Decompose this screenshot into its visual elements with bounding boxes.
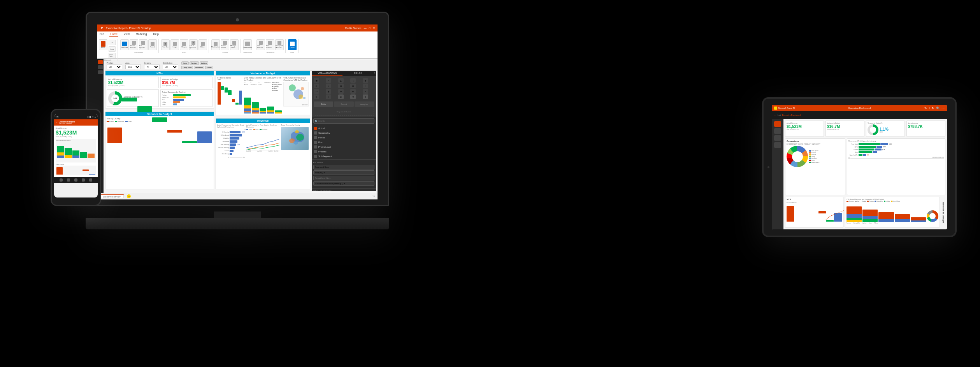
ribbon-tab-home[interactable]: Home: [109, 32, 118, 37]
btn-decor[interactable]: Decor: [181, 61, 189, 65]
ribbon-button-btn[interactable]: Button: [198, 39, 207, 50]
filter-area-all[interactable]: Area (All) ✕: [313, 170, 374, 175]
ribbon-quick-measure-btn[interactable]: New Quick Measure: [275, 39, 284, 50]
tablet-sidebar-icon-2[interactable]: [774, 128, 781, 134]
btn-pillows[interactable]: Pillows: [205, 66, 213, 69]
ribbon-new-measure-btn[interactable]: New Measure: [256, 39, 265, 50]
phone-nav-icon-5[interactable]: [89, 178, 92, 182]
ribbon-textbox-btn[interactable]: T Text Box: [161, 39, 170, 50]
ribbon-shapes-btn[interactable]: Shapes: [180, 39, 188, 50]
btn-furniture[interactable]: Furniture: [190, 61, 199, 65]
viz-matrix-icon[interactable]: ⊡: [350, 84, 356, 88]
tablet-back-icon[interactable]: ←: [774, 114, 776, 116]
tablet-pencil-icon[interactable]: ✎: [924, 107, 927, 110]
viz-table-icon[interactable]: ⊞: [338, 84, 344, 88]
ribbon-tab-view[interactable]: View: [123, 32, 130, 37]
viz-scatter-icon[interactable]: ⋮: [350, 78, 356, 83]
ribbon-format-btn[interactable]: Format Painter: [109, 53, 116, 58]
viz-format-tab[interactable]: Format: [334, 101, 353, 107]
ribbon-tab-help[interactable]: Help: [152, 32, 159, 37]
viz-bar-icon[interactable]: ▦: [314, 78, 319, 83]
tablet-share-icon[interactable]: ↑: [929, 107, 930, 110]
ribbon-manage-theme-btn[interactable]: Manage Theme: [230, 39, 239, 50]
btn-dining[interactable]: Dining & Ent: [181, 66, 193, 69]
viz-card-icon[interactable]: ▭: [314, 89, 319, 94]
filter-business[interactable]: Business is not MPN (formerly...) ✕: [313, 181, 374, 186]
field-pricing-level[interactable]: PricingLevel: [313, 145, 375, 149]
ribbon-image-btn[interactable]: Image: [170, 39, 179, 50]
field-period[interactable]: Period: [313, 135, 375, 140]
ribbon-tab-file[interactable]: File: [99, 32, 105, 37]
viz-gauge-icon[interactable]: ◐: [326, 89, 331, 94]
viz-analytics-tab[interactable]: Analytics: [355, 101, 374, 107]
icon-data[interactable]: [98, 65, 103, 69]
viz-area-icon[interactable]: ◭: [338, 78, 344, 83]
viz-filled-map-icon[interactable]: ◈: [350, 89, 356, 94]
tablet-search-icon[interactable]: 🔍: [936, 107, 940, 110]
ribbon-copy-btn[interactable]: Copy: [109, 46, 116, 52]
field-geography[interactable]: Geography: [313, 131, 375, 135]
filter-page-level[interactable]: Page level filters: [313, 165, 374, 170]
tablet-refresh-icon[interactable]: ↻: [932, 107, 934, 110]
ribbon-qa-btn[interactable]: ? Add A Question: [189, 39, 198, 50]
add-page-tab[interactable]: +: [127, 194, 131, 198]
viz-treemap-icon[interactable]: ▪: [363, 89, 368, 94]
ribbon-cut-btn[interactable]: Cut: [109, 40, 116, 45]
viz-slicer-icon[interactable]: ▤: [338, 94, 344, 99]
ribbon-refresh-btn[interactable]: Refresh: [148, 39, 157, 50]
tablet-sidebar-icon-3[interactable]: [774, 135, 781, 141]
ribbon-get-data-btn[interactable]: Get Data: [120, 39, 129, 50]
phone-nav-icon-1[interactable]: [60, 178, 63, 182]
viz-map-icon[interactable]: ⊕: [338, 89, 344, 94]
btn-household[interactable]: Household: [194, 66, 204, 69]
ribbon-switch-theme-btn[interactable]: Switch Theme: [221, 39, 229, 50]
phone-nav-icon-2[interactable]: [67, 178, 70, 182]
tablet-bar-lighting: Lighting $20K: [848, 146, 944, 148]
ribbon-tab-modeling[interactable]: Modeling: [135, 32, 148, 37]
ribbon-edit-queries-btn[interactable]: Edit Queries: [139, 39, 148, 50]
ribbon-relationships-btn[interactable]: Relationships: [243, 39, 252, 50]
window-maximize[interactable]: □: [369, 27, 371, 30]
pbi-ribbon: File Home View Modeling Help Paste: [97, 31, 378, 59]
filter-area-select[interactable]: CEE: [125, 65, 141, 69]
ribbon-recent-sources-btn[interactable]: Recent Sources: [130, 39, 138, 50]
viz-waterfall-icon[interactable]: ≋: [314, 94, 319, 99]
ribbon-group-relationships: Relationships Relationships: [243, 39, 254, 53]
icon-model[interactable]: [98, 70, 103, 74]
tablet-more-icon[interactable]: ⋯: [941, 107, 945, 110]
viz-custom2-icon[interactable]: ⊛: [363, 94, 368, 99]
panel-expand-btn[interactable]: ›: [374, 71, 376, 76]
filter-country-select[interactable]: All: [144, 65, 160, 69]
window-close[interactable]: ✕: [373, 26, 375, 30]
field-subsegment[interactable]: SubSegment: [313, 154, 375, 159]
phone-back-icon[interactable]: ←: [56, 121, 58, 124]
ribbon-new-column-btn[interactable]: New Column: [266, 39, 274, 50]
tablet-sidebar-icon-1[interactable]: [774, 121, 781, 127]
viz-donut-icon[interactable]: ◎: [314, 84, 319, 88]
phone-nav-icon-3[interactable]: [74, 178, 77, 182]
phone-actual-revenue-label: Actual Revenue: [56, 127, 96, 129]
viz-kpi-icon[interactable]: ↑: [363, 84, 368, 88]
btn-lighting[interactable]: Lighting: [200, 61, 208, 65]
filter-distribution-select[interactable]: All: [163, 65, 178, 69]
ribbon-paste-btn[interactable]: Paste: [99, 39, 107, 50]
tab-visualizations[interactable]: VISUALIZATIONS: [312, 71, 342, 76]
viz-fields-tab[interactable]: Fields: [314, 101, 333, 107]
field-product[interactable]: Product: [313, 149, 375, 154]
ribbon-publish-btn[interactable]: Publish: [288, 39, 297, 50]
field-actual[interactable]: Actual: [313, 126, 375, 131]
status-tab-executive-summary[interactable]: Executive Summary: [100, 194, 124, 198]
viz-combo-icon[interactable]: ↕: [326, 94, 331, 99]
field-plan[interactable]: Plan: [313, 140, 375, 145]
phone-nav-icon-4[interactable]: [82, 178, 85, 182]
viz-pie-icon[interactable]: ◑: [363, 78, 368, 83]
tab-fields[interactable]: FIELDS: [342, 71, 373, 76]
fields-search-box[interactable]: 🔍 Search: [313, 118, 374, 124]
ribbon-marketplace-btn[interactable]: Marketplace: [211, 39, 220, 50]
filter-product-select[interactable]: All: [107, 65, 122, 69]
window-minimize[interactable]: —: [364, 27, 367, 30]
viz-custom1-icon[interactable]: ⚙: [350, 94, 356, 99]
viz-funnel-icon[interactable]: ⌂: [326, 84, 331, 88]
tablet-sidebar-icon-4[interactable]: [774, 142, 781, 148]
viz-line-icon[interactable]: ∿: [326, 78, 331, 83]
